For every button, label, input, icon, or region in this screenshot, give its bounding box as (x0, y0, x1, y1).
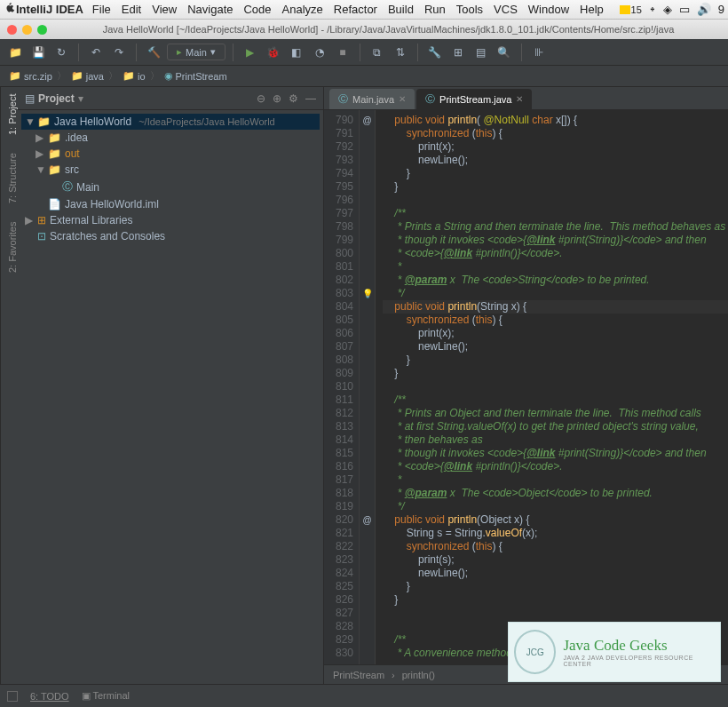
menu-vcs[interactable]: VCS (494, 3, 518, 16)
editor-tab[interactable]: ⒸMain.java✕ (329, 89, 415, 109)
save-icon[interactable]: 💾 (28, 43, 48, 62)
traffic-lights[interactable] (7, 25, 47, 35)
menu-code[interactable]: Code (243, 3, 271, 16)
menu-file[interactable]: File (92, 3, 111, 16)
battery-icon[interactable]: ▭ (679, 3, 690, 16)
navigation-bar: 📁 src.zip〉📁 java〉📁 io〉◉ PrintStream (0, 66, 728, 87)
search-icon[interactable]: 🔧 (425, 43, 445, 62)
window-titlebar: Java HelloWorld [~/IdeaProjects/Java Hel… (0, 20, 728, 39)
terminal-tab[interactable]: ▣ Terminal (82, 690, 130, 702)
bluetooth-icon[interactable]: ᛭ (649, 3, 656, 16)
close-tab-icon[interactable]: ✕ (516, 94, 523, 104)
maximize-icon[interactable] (37, 25, 47, 35)
tree-item[interactable]: ▼📁Java HelloWorld~/IdeaProjects/Java Hel… (21, 114, 320, 130)
crumb-io[interactable]: 📁 io (123, 70, 146, 82)
menu-refactor[interactable]: Refactor (334, 3, 377, 16)
debug-icon[interactable]: 🐞 (264, 43, 283, 62)
run-icon[interactable]: ▶ (241, 43, 260, 62)
tree-item[interactable]: ⒸMain (21, 178, 320, 196)
find-icon[interactable]: 🔍 (495, 43, 514, 62)
run-config-dropdown[interactable]: ▸Main ▾ (167, 44, 226, 60)
close-tab-icon[interactable]: ✕ (399, 94, 406, 104)
app-name: IntelliJ IDEA (16, 3, 83, 16)
coverage-icon[interactable]: ◧ (287, 43, 306, 62)
menu-items: FileEditViewNavigateCodeAnalyzeRefactorB… (92, 3, 604, 16)
clock[interactable]: 9 (718, 3, 724, 16)
attach-icon[interactable]: ⧉ (368, 43, 387, 62)
flag-icon[interactable]: 15 (620, 4, 642, 15)
menu-view[interactable]: View (152, 3, 177, 16)
left-tool-tabs: 2: Favorites 7: Structure 1: Project (0, 87, 18, 684)
volume-icon[interactable]: 🔊 (697, 3, 711, 16)
tab-project[interactable]: 1: Project (1, 94, 18, 135)
window-title-text: Java HelloWorld [~/IdeaProjects/Java Hel… (103, 24, 675, 35)
tree-item[interactable]: ▶⊞External Libraries (21, 212, 320, 228)
watermark-title: Java Code Geeks (563, 637, 715, 655)
collapse-icon[interactable]: ⊖ (257, 92, 265, 105)
panel-title[interactable]: Project (38, 92, 75, 105)
menu-window[interactable]: Window (528, 3, 569, 16)
wifi-icon[interactable]: ◈ (663, 3, 672, 16)
editor-area: ⒸMain.java✕ⒸPrintStream.java✕ 7907917927… (324, 87, 728, 684)
tab-favorites[interactable]: 2: Favorites (1, 221, 18, 272)
watermark-subtitle: JAVA 2 JAVA DEVELOPERS RESOURCE CENTER (563, 655, 715, 667)
redo-icon[interactable]: ↷ (109, 43, 129, 62)
code-content[interactable]: public void println( @NotNull char x[]) … (376, 110, 728, 664)
tree-item[interactable]: ▼📁src (21, 162, 320, 178)
tool-window-icon[interactable] (7, 691, 18, 702)
hide-icon[interactable]: — (305, 92, 316, 105)
editor-tab[interactable]: ⒸPrintStream.java✕ (416, 89, 532, 109)
close-icon[interactable] (7, 25, 17, 35)
menu-tools[interactable]: Tools (456, 3, 483, 16)
menu-analyze[interactable]: Analyze (282, 3, 323, 16)
more-icon[interactable]: ⊪ (529, 43, 549, 62)
nav-crumbs: 📁 src.zip〉📁 java〉📁 io〉◉ PrintStream (9, 69, 227, 83)
project-tree: ▼📁Java HelloWorld~/IdeaProjects/Java Hel… (18, 110, 323, 248)
locate-icon[interactable]: ⊕ (273, 92, 281, 105)
dropdown-icon[interactable]: ▾ (78, 92, 83, 105)
tab-structure[interactable]: 7: Structure (1, 153, 18, 203)
jcg-logo-icon: JCG (514, 630, 556, 674)
menu-navigate[interactable]: Navigate (187, 3, 233, 16)
build-icon[interactable]: 🔨 (144, 43, 163, 62)
menu-edit[interactable]: Edit (122, 3, 141, 16)
gutter-icons: @💡@ (360, 110, 376, 664)
stop-icon[interactable]: ■ (333, 43, 352, 62)
tree-item[interactable]: ▶📁out (21, 146, 320, 162)
gear-icon[interactable]: ⚙ (289, 92, 298, 105)
tree-item[interactable]: ▶📁.idea (21, 130, 320, 146)
apple-icon[interactable] (4, 2, 16, 17)
undo-icon[interactable]: ↶ (86, 43, 106, 62)
mac-menubar: IntelliJ IDEA FileEditViewNavigateCodeAn… (0, 0, 728, 20)
watermark-logo: JCG Java Code Geeks JAVA 2 JAVA DEVELOPE… (508, 622, 721, 682)
crumb-java[interactable]: 📁 java (71, 70, 104, 82)
main-toolbar: 📁 💾 ↻ ↶ ↷ 🔨 ▸Main ▾ ▶ 🐞 ◧ ◔ ■ ⧉ ⇅ 🔧 ⊞ ▤ … (0, 39, 728, 66)
open-icon[interactable]: 📁 (5, 43, 25, 62)
tree-item[interactable]: ⊡Scratches and Consoles (21, 228, 320, 244)
tree-item[interactable]: 📄Java HelloWorld.iml (21, 196, 320, 212)
menu-run[interactable]: Run (424, 3, 446, 16)
editor-tabs: ⒸMain.java✕ⒸPrintStream.java✕ (324, 87, 728, 110)
project-panel: ▤ Project ▾ ⊖ ⊕ ⚙ — ▼📁Java HelloWorld~/I… (18, 87, 324, 684)
structure-icon[interactable]: ▤ (471, 43, 491, 62)
project-panel-header: ▤ Project ▾ ⊖ ⊕ ⚙ — (18, 87, 323, 110)
crumb-src.zip[interactable]: 📁 src.zip (9, 70, 52, 82)
status-bar: 6: TODO ▣ Terminal (0, 684, 728, 707)
profile-icon[interactable]: ◔ (310, 43, 329, 62)
breadcrumb-class[interactable]: PrintStream (333, 670, 384, 680)
menu-build[interactable]: Build (388, 3, 414, 16)
minimize-icon[interactable] (22, 25, 32, 35)
crumb-PrintStream[interactable]: ◉ PrintStream (164, 70, 227, 82)
menu-help[interactable]: Help (580, 3, 604, 16)
settings-icon[interactable]: ⊞ (448, 43, 468, 62)
todo-tab[interactable]: 6: TODO (30, 691, 69, 702)
code-editor[interactable]: 7907917927937947957967977987998008018028… (324, 110, 728, 664)
vcs-icon[interactable]: ⇅ (391, 43, 410, 62)
line-numbers: 7907917927937947957967977987998008018028… (324, 110, 360, 664)
breadcrumb-method[interactable]: println() (402, 670, 435, 680)
project-view-icon[interactable]: ▤ (25, 92, 35, 105)
refresh-icon[interactable]: ↻ (51, 43, 71, 62)
